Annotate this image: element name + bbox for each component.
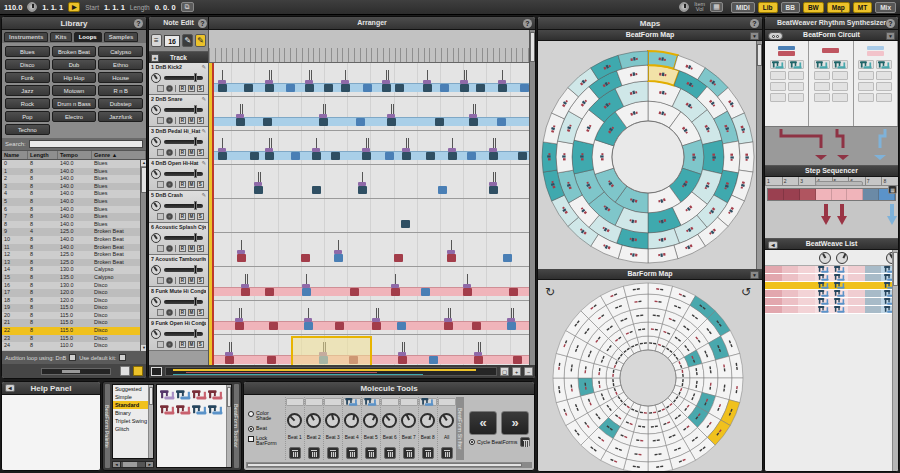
beatform-circuit-grid[interactable] [765, 41, 898, 127]
track-card[interactable]: 4 DnB Open Hi-Hat✎RMS [149, 159, 208, 191]
pan-knob[interactable] [151, 233, 161, 243]
beatweave-cell[interactable] [782, 274, 799, 281]
beatweave-row[interactable] [765, 290, 898, 298]
circuit-cell[interactable] [858, 60, 874, 69]
preview-button[interactable] [166, 117, 173, 124]
option-beat[interactable]: Beat [248, 426, 285, 432]
trash-icon[interactable] [441, 447, 453, 459]
beatform-glyph-grid[interactable] [156, 384, 232, 468]
beatweave-cell[interactable] [848, 274, 865, 281]
pin-icon[interactable]: ✎ [201, 64, 206, 70]
help-icon[interactable]: ? [886, 19, 895, 28]
sample-slot[interactable] [157, 149, 164, 156]
scroll-left-icon[interactable]: ◄ [113, 462, 120, 468]
beatweave-cell[interactable] [865, 274, 882, 281]
beatweave-cell[interactable] [782, 290, 799, 297]
genre-button-calypso[interactable]: Calypso [98, 46, 143, 57]
beatweave-scrollbar[interactable] [892, 250, 898, 471]
help-icon[interactable]: ? [134, 19, 143, 28]
beat-slot[interactable] [438, 398, 456, 406]
palette-hscrollbar[interactable]: ◄ ► [112, 461, 154, 468]
beatweave-cell[interactable] [848, 306, 865, 313]
table-row[interactable]: 128125.0Broken Beat [2, 251, 146, 259]
color-chip[interactable] [778, 46, 795, 51]
volume-slider[interactable] [164, 140, 203, 145]
table-row[interactable]: 108140.0Broken Beat [2, 236, 146, 244]
circuit-cell[interactable] [788, 82, 804, 91]
preview-button[interactable] [166, 85, 173, 92]
circuit-cell[interactable] [770, 71, 786, 80]
trash-icon[interactable] [365, 447, 377, 459]
mode-button-mix[interactable]: Mix [875, 2, 896, 13]
tab-kits[interactable]: Kits [50, 32, 71, 42]
beatweave-cell[interactable] [815, 282, 832, 289]
volume-slider[interactable] [164, 172, 203, 177]
list-knob[interactable] [819, 252, 831, 264]
beatweave-cell[interactable] [815, 290, 832, 297]
track-button-r[interactable]: R [179, 181, 187, 189]
beatweave-row[interactable] [765, 306, 898, 314]
beat-knob[interactable] [420, 413, 435, 428]
circuit-cell[interactable] [876, 71, 892, 80]
sample-slot[interactable] [157, 309, 164, 316]
beatweave-cell[interactable] [865, 306, 882, 313]
pin-icon[interactable]: ✎ [201, 224, 206, 230]
beatweave-cell[interactable] [765, 290, 782, 297]
beatweave-cell[interactable] [765, 266, 782, 273]
track-button-m[interactable]: M [188, 213, 196, 221]
circuit-cell[interactable] [832, 60, 848, 69]
track-card[interactable]: 2 DnB Snare✎RMS [149, 95, 208, 127]
genre-button-ethno[interactable]: Ethno [98, 59, 143, 70]
preview-button[interactable] [166, 277, 173, 284]
track-card[interactable]: 1 DnB Kick2✎RMS [149, 63, 208, 95]
glyph-grid-vscrollbar[interactable] [226, 385, 231, 467]
beat-slot[interactable] [381, 398, 399, 406]
position-display[interactable]: 1. 1. 1 [42, 3, 63, 12]
zoom-out-button[interactable]: − [524, 367, 533, 376]
item-vol-knob[interactable] [679, 2, 689, 12]
step-cell[interactable] [863, 189, 879, 200]
track-button-s[interactable]: S [197, 245, 205, 253]
palette-glyph[interactable] [160, 403, 175, 417]
beatweave-cell[interactable] [865, 290, 882, 297]
step-cell[interactable] [832, 189, 848, 200]
circuit-cell[interactable] [876, 82, 892, 91]
library-hscrollbar[interactable] [41, 368, 111, 375]
palette-glyph[interactable] [176, 403, 191, 417]
table-row[interactable]: 48140.0Blues [2, 190, 146, 198]
circuit-cell[interactable] [876, 60, 892, 69]
beatweave-cell[interactable] [782, 298, 799, 305]
track-button-r[interactable]: R [179, 309, 187, 317]
track-button-s[interactable]: S [197, 181, 205, 189]
track-button-m[interactable]: M [188, 341, 196, 349]
palette-glyph[interactable] [192, 388, 207, 402]
pin-icon[interactable]: ✎ [201, 320, 206, 326]
table-row[interactable]: 258110.0Disco [2, 350, 146, 351]
circuit-cell[interactable] [814, 60, 830, 69]
beat-slot[interactable] [305, 398, 323, 406]
beatweave-cell[interactable] [765, 274, 782, 281]
track-button-r[interactable]: R [179, 341, 187, 349]
back-icon[interactable]: ◂ [5, 384, 15, 392]
volume-slider[interactable] [164, 76, 203, 81]
arranger-lane[interactable] [209, 199, 535, 233]
help-icon[interactable]: ? [750, 19, 759, 28]
track-button-m[interactable]: M [188, 277, 196, 285]
table-row[interactable]: 198115.0Disco [2, 304, 146, 312]
arranger-vscrollbar[interactable] [529, 30, 535, 365]
step-cell[interactable] [768, 189, 784, 200]
genre-button-drum-n-bass[interactable]: Drum n Bass [52, 98, 97, 109]
menu-icon[interactable]: ≡ [151, 34, 162, 47]
preview-button[interactable] [166, 181, 173, 188]
tempo-knob[interactable] [27, 2, 37, 12]
tab-loops[interactable]: Loops [74, 32, 102, 42]
mode-button-midi[interactable]: MIDI [731, 2, 755, 13]
beatweave-cell[interactable] [798, 274, 815, 281]
pan-knob[interactable] [151, 105, 161, 115]
beatweave-cell[interactable] [798, 306, 815, 313]
zoom-in-button[interactable]: + [512, 367, 521, 376]
mode-button-bw[interactable]: BW [803, 2, 824, 13]
beat-slot[interactable] [419, 398, 437, 406]
arranger-lane[interactable] [209, 63, 535, 97]
pin-icon[interactable]: ✎ [201, 160, 206, 166]
